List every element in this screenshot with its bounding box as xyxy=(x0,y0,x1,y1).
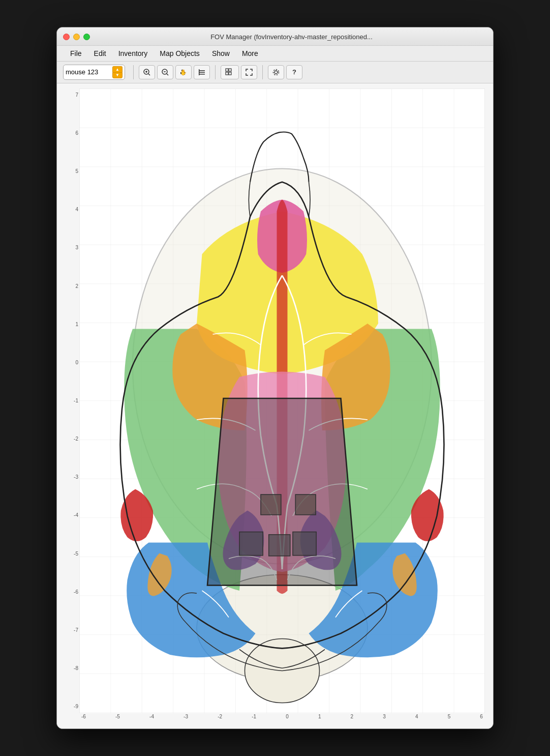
svg-point-20 xyxy=(273,69,279,75)
y-label-n6: -6 xyxy=(64,590,78,595)
toolbar: ▲ ▼ xyxy=(57,62,493,83)
help-button[interactable]: ? xyxy=(286,65,302,79)
close-button[interactable] xyxy=(63,34,70,40)
x-label-4: 4 xyxy=(413,714,420,719)
menu-map-objects[interactable]: Map Objects xyxy=(155,48,205,59)
svg-rect-12 xyxy=(199,72,205,73)
settings-icon xyxy=(272,68,280,76)
svg-point-19 xyxy=(274,71,278,74)
y-label-5: 5 xyxy=(64,169,78,174)
y-axis: 7 6 5 4 3 2 1 0 -1 -2 -3 -4 -5 -6 -7 -8 … xyxy=(65,89,79,714)
fov-thumbnail-4 xyxy=(269,535,290,556)
zoom-in-icon xyxy=(143,68,151,76)
y-label-3: 3 xyxy=(64,245,78,250)
expand-icon xyxy=(245,68,253,76)
svg-rect-16 xyxy=(229,69,231,71)
y-label-7: 7 xyxy=(64,93,78,98)
titlebar: FOV Manager (fovInventory-ahv-master_rep… xyxy=(57,27,493,46)
fov-overlay[interactable] xyxy=(207,398,357,586)
x-label-n1: -1 xyxy=(250,714,258,719)
x-label-n3: -3 xyxy=(181,714,190,719)
fov-thumbnail-3 xyxy=(240,532,262,555)
window-title: FOV Manager (fovInventory-ahv-master_rep… xyxy=(96,33,487,41)
y-label-n3: -3 xyxy=(64,475,78,480)
select-button[interactable] xyxy=(194,65,210,79)
svg-rect-11 xyxy=(199,70,205,71)
x-label-1: 1 xyxy=(316,714,323,719)
y-label-0: 0 xyxy=(64,360,78,365)
x-axis: -6 -5 -4 -3 -2 -1 0 1 2 3 4 5 6 xyxy=(79,713,485,720)
y-label-n9: -9 xyxy=(64,704,78,709)
settings-button[interactable] xyxy=(268,65,284,79)
y-label-2: 2 xyxy=(64,284,78,289)
subject-stepper[interactable]: ▲ ▼ xyxy=(112,66,123,78)
brain-plot[interactable] xyxy=(79,89,485,714)
fov-thumbnail-5 xyxy=(293,532,316,555)
separator-2 xyxy=(215,65,216,79)
zoom-out-button[interactable] xyxy=(157,65,173,79)
select-icon xyxy=(198,68,206,76)
separator-3 xyxy=(262,65,263,79)
separator-1 xyxy=(133,65,134,79)
y-label-n4: -4 xyxy=(64,513,78,518)
stepper-up[interactable]: ▲ xyxy=(112,66,123,72)
svg-line-3 xyxy=(148,74,150,75)
menubar: File Edit Inventory Map Objects Show Mor… xyxy=(57,46,493,62)
x-label-6: 6 xyxy=(478,714,485,719)
menu-more[interactable]: More xyxy=(237,48,263,59)
pan-icon: ✋ xyxy=(179,68,188,76)
y-label-n1: -1 xyxy=(64,398,78,403)
y-label-4: 4 xyxy=(64,207,78,212)
help-icon: ? xyxy=(292,68,296,76)
brain-svg xyxy=(79,89,485,714)
fov-thumbnail-2 xyxy=(296,495,315,514)
maximize-button[interactable] xyxy=(83,34,90,40)
x-label-3: 3 xyxy=(381,714,388,719)
fov-thumbnail-1 xyxy=(261,495,281,514)
grid-icon xyxy=(225,68,234,76)
x-label-0: 0 xyxy=(284,714,291,719)
grid-button[interactable] xyxy=(221,65,239,79)
zoom-in-button[interactable] xyxy=(139,65,155,79)
x-label-n6: -6 xyxy=(79,714,88,719)
y-label-6: 6 xyxy=(64,131,78,136)
svg-rect-14 xyxy=(199,69,200,75)
svg-text:✋: ✋ xyxy=(180,69,187,76)
menu-inventory[interactable]: Inventory xyxy=(113,48,153,59)
app-window: FOV Manager (fovInventory-ahv-master_rep… xyxy=(56,27,494,730)
menu-edit[interactable]: Edit xyxy=(89,48,111,59)
svg-rect-17 xyxy=(226,72,228,75)
subject-input-wrap[interactable]: ▲ ▼ xyxy=(63,65,125,80)
menu-show[interactable]: Show xyxy=(207,48,235,59)
x-label-n4: -4 xyxy=(147,714,156,719)
x-label-n5: -5 xyxy=(113,714,122,719)
subject-input[interactable] xyxy=(66,68,111,76)
x-label-5: 5 xyxy=(446,714,453,719)
x-label-n2: -2 xyxy=(216,714,224,719)
canvas-area: 7 6 5 4 3 2 1 0 -1 -2 -3 -4 -5 -6 -7 -8 … xyxy=(57,83,493,729)
svg-rect-15 xyxy=(226,69,228,71)
traffic-lights xyxy=(63,34,90,40)
y-label-n7: -7 xyxy=(64,628,78,633)
svg-line-6 xyxy=(167,74,168,75)
y-label-1: 1 xyxy=(64,322,78,327)
stepper-down[interactable]: ▼ xyxy=(112,72,123,78)
y-label-n2: -2 xyxy=(64,437,78,442)
menu-file[interactable]: File xyxy=(65,48,87,59)
minimize-button[interactable] xyxy=(73,34,80,40)
x-label-2: 2 xyxy=(349,714,356,719)
svg-rect-13 xyxy=(199,74,205,75)
y-label-n8: -8 xyxy=(64,666,78,671)
y-label-n5: -5 xyxy=(64,551,78,557)
expand-button[interactable] xyxy=(241,65,257,79)
pan-button[interactable]: ✋ xyxy=(175,65,192,79)
zoom-out-icon xyxy=(161,68,169,76)
svg-rect-18 xyxy=(229,72,231,75)
